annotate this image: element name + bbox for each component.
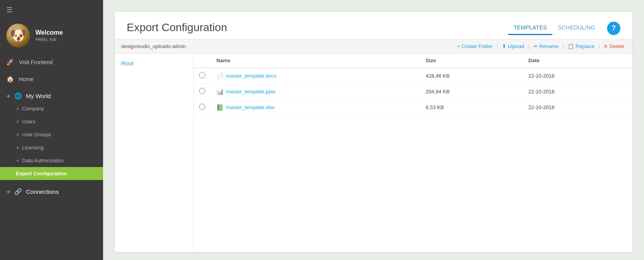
file-size-cell: 204,94 KB [420,84,523,100]
separator: | [497,43,498,49]
globe-icon: 🌐 [14,92,22,100]
sub-item-label: Licensing [22,145,44,150]
page-header: Export Configuration TEMPLATES SCHEDULIN… [115,12,632,39]
table-header-row: Name Size Date [194,54,632,68]
file-name-cell: 📊 master_template.pptx [211,84,420,100]
file-name-link[interactable]: 📄 master_template.docx [216,72,415,80]
profile-info: Welcome Hello, kai [35,29,63,42]
dot-icon [17,121,19,123]
file-name-text: master_template.docx [226,73,277,79]
connections-icon: 🔗 [14,188,22,195]
page-card: Export Configuration TEMPLATES SCHEDULIN… [115,12,632,252]
sidebar-nav-label: Home [19,76,33,82]
welcome-label: Welcome [35,29,63,36]
col-size: Size [420,54,523,68]
create-folder-button[interactable]: + Create Folder [456,43,495,50]
avatar [6,24,30,47]
file-size-cell: 428,46 KB [420,68,523,84]
delete-button[interactable]: ✕ Delete [602,43,626,50]
help-button[interactable]: ? [607,22,620,35]
replace-label: Replace [576,43,594,49]
sidebar-item-users[interactable]: Users [0,115,103,128]
file-radio[interactable] [199,104,205,110]
file-radio[interactable] [199,88,205,94]
tab-scheduling[interactable]: SCHEDULING [552,21,601,35]
file-table: Name Size Date 📄 master_template.docx 42… [194,54,632,252]
col-date: Date [523,54,632,68]
dot-icon [17,134,19,136]
file-date-cell: 22-10-2018 [523,84,632,100]
page-title: Export Configuration [127,21,227,34]
sidebar-section-connections[interactable]: ◀ 🔗 Connections [0,183,103,198]
sidebar-item-user-groups[interactable]: User Groups [0,128,103,141]
section-label: My World [26,93,51,99]
upload-label: Upload [508,43,524,49]
dot-icon [17,160,19,162]
create-folder-label: Create Folder [461,43,493,49]
expand-arrow-icon: ◀ [6,93,9,98]
sub-item-label: Data Authorization [22,158,64,163]
hamburger-button[interactable]: ☰ [0,0,103,20]
file-name-text: master_template.pptx [226,89,275,95]
file-radio-cell[interactable] [194,68,211,84]
sub-item-label: Users [22,119,35,124]
toolbar-actions: + Create Folder | ⬆ Upload | ✏ Rename | … [456,43,626,50]
table-row: 📗 master_template.xlsx 6,53 KB 22-10-201… [194,100,632,115]
files-table: Name Size Date 📄 master_template.docx 42… [194,54,632,115]
file-radio[interactable] [199,72,205,78]
section-label: Connections [26,188,59,195]
file-area: Root Name Size Date [115,54,632,252]
upload-button[interactable]: ⬆ Upload [500,43,526,50]
tabs: TEMPLATES SCHEDULING [508,21,601,35]
sidebar-item-company[interactable]: Company [0,102,103,115]
separator: | [563,43,564,49]
folder-panel: Root [115,54,194,252]
xlsx-icon: 📗 [216,104,224,111]
file-date-cell: 22-10-2018 [523,100,632,115]
sidebar-item-export-configuration[interactable]: Export Configuration [0,167,103,180]
separator: | [528,43,529,49]
pptx-icon: 📊 [216,88,224,95]
rename-button[interactable]: ✏ Rename [532,43,560,50]
replace-button[interactable]: 📋 Replace [566,43,596,50]
sidebar-item-data-authorization[interactable]: Data Authorization [0,154,103,167]
sidebar-item-licensing[interactable]: Licensing [0,141,103,154]
dot-icon [17,147,19,149]
rocket-icon: 🚀 [6,58,14,66]
table-row: 📄 master_template.docx 428,46 KB 22-10-2… [194,68,632,84]
sidebar-item-visit-frontend[interactable]: 🚀 Visit Frontend [0,54,103,71]
main-content: Export Configuration TEMPLATES SCHEDULIN… [103,0,644,260]
header-right: TEMPLATES SCHEDULING ? [508,21,620,35]
sub-item-label: User Groups [22,132,51,137]
plus-icon: + [457,43,460,49]
file-radio-cell[interactable] [194,100,211,115]
col-select [194,54,211,68]
file-name-cell: 📄 master_template.docx [211,68,420,84]
file-size-cell: 6,53 KB [420,100,523,115]
dot-icon [17,108,19,110]
sidebar-item-home[interactable]: 🏠 Home [0,71,103,87]
toolbar-path: designstudio_uploads:admin [121,43,186,49]
docx-icon: 📄 [216,72,224,80]
separator: | [598,43,600,49]
sub-item-label: Export Configuration [16,171,67,176]
sidebar-nav-label: Visit Frontend [19,59,53,65]
sidebar-section-my-world[interactable]: ◀ 🌐 My World [0,87,103,102]
replace-icon: 📋 [568,43,574,49]
rename-label: Rename [539,43,559,49]
file-name-link[interactable]: 📗 master_template.xlsx [216,104,415,111]
home-icon: 🏠 [6,75,14,83]
sub-item-label: Company [22,106,44,111]
file-name-link[interactable]: 📊 master_template.pptx [216,88,415,95]
root-folder-link[interactable]: Root [121,60,134,67]
col-name: Name [211,54,420,68]
delete-icon: ✕ [603,43,608,49]
file-name-cell: 📗 master_template.xlsx [211,100,420,115]
tab-templates[interactable]: TEMPLATES [508,21,552,35]
hello-label: Hello, kai [35,36,63,42]
delete-label: Delete [609,43,624,49]
toolbar: designstudio_uploads:admin + Create Fold… [115,39,632,54]
upload-icon: ⬆ [502,43,506,49]
file-radio-cell[interactable] [194,84,211,100]
expand-arrow-icon: ◀ [6,189,9,194]
